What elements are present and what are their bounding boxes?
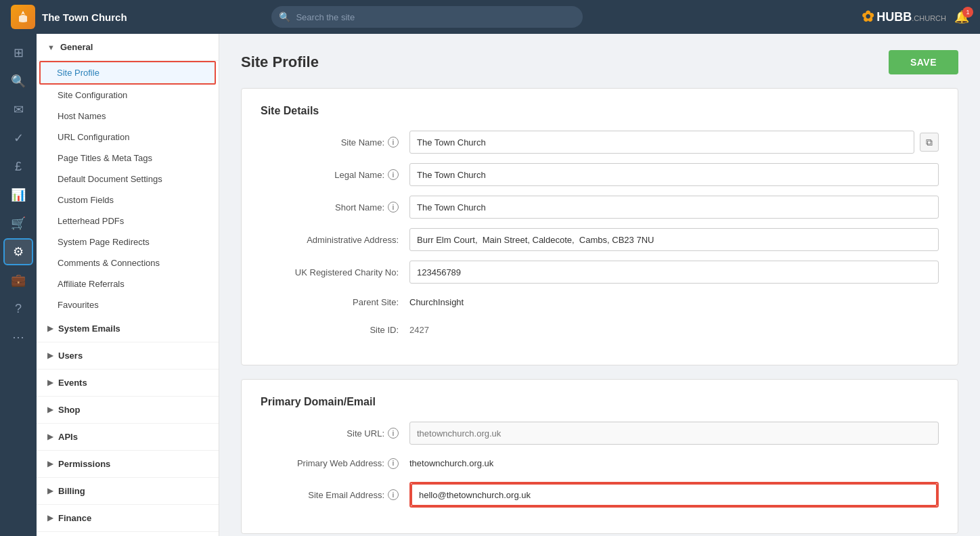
site-details-title: Site Details — [261, 105, 939, 117]
admin-address-input[interactable] — [409, 228, 939, 251]
info-icon-legal-name[interactable]: i — [388, 169, 399, 180]
short-name-input[interactable] — [409, 196, 939, 219]
nav-section-apis[interactable]: ▶ APIs — [37, 424, 219, 451]
site-id-value: 2427 — [409, 321, 939, 339]
topbar: The Town Church 🔍 ✿ HUBB.CHURCH 🔔 1 — [0, 0, 980, 34]
nav-item-url-configuration[interactable]: URL Configuration — [37, 127, 219, 148]
search-bar: 🔍 — [271, 6, 583, 28]
notification-bell[interactable]: 🔔 1 — [954, 9, 969, 24]
nav-section-finance[interactable]: ▶ Finance — [37, 505, 219, 532]
nav-item-letterhead-pdfs[interactable]: Letterhead PDFs — [37, 210, 219, 231]
nav-item-site-profile[interactable]: Site Profile — [39, 61, 216, 85]
save-button[interactable]: SAVE — [889, 50, 958, 74]
form-label-short-name: Short Name: i — [261, 202, 409, 213]
nav-section-users-label: Users — [58, 351, 83, 361]
form-row-primary-web: Primary Web Address: i thetownchurch.org… — [261, 454, 939, 472]
form-label-site-email: Site Email Address: i — [261, 489, 409, 500]
topbar-right: ✿ HUBB.CHURCH 🔔 1 — [862, 8, 969, 26]
parent-site-field: ChurchInsight — [409, 293, 939, 311]
nav-section-events[interactable]: ▶ Events — [37, 370, 219, 397]
form-label-primary-web: Primary Web Address: i — [261, 458, 409, 469]
nav-item-system-page-redirects[interactable]: System Page Redirects — [37, 231, 219, 252]
form-row-parent-site: Parent Site: ChurchInsight — [261, 293, 939, 311]
nav-item-default-document[interactable]: Default Document Settings — [37, 169, 219, 189]
info-icon-site-url[interactable]: i — [388, 428, 399, 439]
nav-section-billing[interactable]: ▶ Billing — [37, 478, 219, 505]
nav-item-comments-connections[interactable]: Comments & Connections — [37, 252, 219, 273]
site-id-field: 2427 — [409, 321, 939, 339]
nav-item-custom-fields[interactable]: Custom Fields — [37, 189, 219, 210]
nav-section-billing-label: Billing — [58, 486, 85, 496]
site-name-input[interactable] — [409, 131, 914, 154]
sidebar-icon-dashboard[interactable]: ⊞ — [3, 39, 33, 66]
hubb-logo: ✿ HUBB.CHURCH — [862, 8, 946, 26]
site-name-field: ⧉ — [409, 131, 939, 154]
chevron-right-icon: ▶ — [47, 514, 53, 522]
nav-section-events-label: Events — [58, 378, 87, 388]
sidebar-icon-search[interactable]: 🔍 — [3, 68, 33, 95]
site-url-field — [409, 422, 939, 445]
site-details-card: Site Details Site Name: i ⧉ Legal Name: … — [241, 88, 958, 365]
chevron-right-icon: ▶ — [47, 460, 53, 468]
primary-web-value: thetownchurch.org.uk — [409, 454, 939, 472]
sidebar-icon-mail[interactable]: ✉ — [3, 96, 33, 123]
sidebar-icon-help[interactable]: ? — [3, 295, 33, 322]
sidebar-icon-finance[interactable]: £ — [3, 153, 33, 180]
nav-section-general[interactable]: ▼ General — [37, 34, 219, 61]
nav-section-finance-label: Finance — [58, 513, 91, 523]
info-icon-primary-web[interactable]: i — [388, 458, 399, 469]
page-header: Site Profile SAVE — [241, 50, 958, 74]
nav-section-shop[interactable]: ▶ Shop — [37, 397, 219, 424]
info-icon-short-name[interactable]: i — [388, 202, 399, 213]
form-row-site-url: Site URL: i — [261, 422, 939, 445]
form-row-admin-address: Administrative Address: — [261, 228, 939, 251]
sidebar-icon-briefcase[interactable]: 💼 — [3, 267, 33, 294]
nav-section-general-label: General — [60, 42, 93, 52]
form-label-legal-name: Legal Name: i — [261, 169, 409, 180]
page-title: Site Profile — [241, 53, 319, 71]
form-row-short-name: Short Name: i — [261, 196, 939, 219]
chevron-down-icon: ▼ — [47, 43, 55, 51]
nav-item-host-names[interactable]: Host Names — [37, 106, 219, 127]
legal-name-input[interactable] — [409, 163, 939, 186]
nav-section-site-design[interactable]: ▶ Site Design — [37, 532, 219, 536]
search-input[interactable] — [271, 6, 583, 28]
form-label-site-id: Site ID: — [261, 325, 409, 335]
nav-section-permissions-label: Permissions — [58, 459, 110, 469]
hubb-icon: ✿ — [862, 8, 874, 26]
sidebar-icon-settings[interactable]: ⚙ — [3, 238, 33, 265]
form-row-site-name: Site Name: i ⧉ — [261, 131, 939, 154]
nav-section-apis-label: APIs — [58, 432, 78, 442]
nav-item-page-titles[interactable]: Page Titles & Meta Tags — [37, 148, 219, 169]
charity-no-input[interactable] — [409, 261, 939, 284]
primary-web-field: thetownchurch.org.uk — [409, 454, 939, 472]
nav-section-permissions[interactable]: ▶ Permissions — [37, 451, 219, 478]
admin-address-field — [409, 228, 939, 251]
nav-item-favourites[interactable]: Favourites — [37, 294, 219, 315]
chevron-right-icon: ▶ — [47, 351, 53, 360]
org-logo: The Town Church — [11, 5, 127, 29]
site-url-input[interactable] — [409, 422, 939, 445]
form-row-legal-name: Legal Name: i — [261, 163, 939, 186]
site-email-input[interactable] — [411, 483, 937, 506]
nav-item-site-configuration[interactable]: Site Configuration — [37, 85, 219, 106]
nav-item-affiliate-referrals[interactable]: Affiliate Referrals — [37, 273, 219, 294]
sidebar-icon-shop[interactable]: 🛒 — [3, 210, 33, 237]
nav-sidebar: ▼ General Site Profile Site Configuratio… — [37, 34, 219, 536]
nav-section-users[interactable]: ▶ Users — [37, 342, 219, 370]
info-icon-site-name[interactable]: i — [388, 137, 399, 148]
sidebar-icon-tasks[interactable]: ✓ — [3, 125, 33, 152]
form-label-charity-no: UK Registered Charity No: — [261, 267, 409, 277]
sidebar-icon-more[interactable]: ⋯ — [3, 323, 33, 351]
nav-section-system-emails[interactable]: ▶ System Emails — [37, 315, 219, 342]
form-row-charity-no: UK Registered Charity No: — [261, 261, 939, 284]
icon-sidebar: ⊞ 🔍 ✉ ✓ £ 📊 🛒 ⚙ 💼 ? ⋯ — [0, 34, 37, 536]
charity-no-field — [409, 261, 939, 284]
org-name: The Town Church — [42, 12, 127, 23]
sidebar-icon-reports[interactable]: 📊 — [3, 181, 33, 208]
info-icon-site-email[interactable]: i — [388, 489, 399, 500]
primary-domain-card: Primary Domain/Email Site URL: i Primary… — [241, 379, 958, 534]
copy-button[interactable]: ⧉ — [920, 133, 939, 152]
form-row-site-id: Site ID: 2427 — [261, 321, 939, 339]
short-name-field — [409, 196, 939, 219]
